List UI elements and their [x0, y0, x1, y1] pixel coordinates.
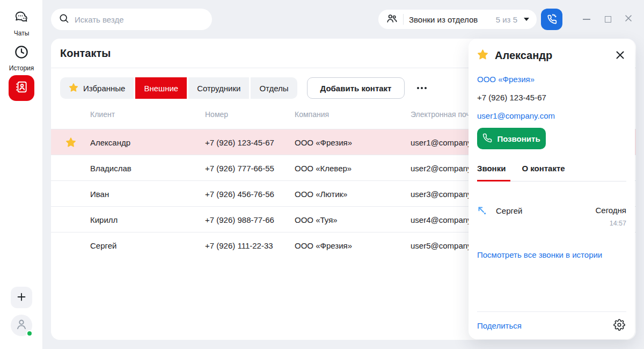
add-contact-button[interactable]: Добавить контакт — [307, 77, 405, 99]
call-button-label: Позвонить — [497, 134, 540, 143]
sidebar: Чаты История — [0, 0, 43, 349]
cell-client: Сергей — [90, 241, 116, 250]
share-link[interactable]: Поделиться — [477, 321, 522, 330]
close-icon — [624, 14, 633, 25]
incoming-call-icon — [477, 206, 487, 217]
contact-email-link[interactable]: user1@company.com — [477, 111, 626, 120]
cell-number: +7 (926) 988-77-66 — [205, 215, 274, 224]
maximize-icon — [605, 16, 611, 23]
add-button[interactable] — [11, 287, 32, 308]
contact-detail-header: Александр — [477, 49, 626, 62]
cell-client: Александр — [90, 137, 130, 147]
chats-icon — [13, 9, 30, 27]
search-icon — [58, 13, 69, 26]
star-icon — [69, 83, 78, 94]
window-close-button[interactable] — [624, 15, 633, 24]
call-log-item[interactable]: Сергей Сегодня 14:57 — [477, 206, 626, 227]
filter-tab-group: Избранные Внешние Сотрудники Отделы — [60, 77, 297, 99]
gear-icon — [613, 319, 625, 332]
tab-label: Сотрудники — [197, 84, 240, 93]
tab-label: Внешние — [144, 84, 178, 93]
call-time: 14:57 — [596, 220, 627, 227]
active-tab-indicator — [477, 180, 510, 181]
cell-number: +7 (926) 123-45-67 — [205, 137, 274, 147]
panel-close-button[interactable] — [613, 49, 626, 62]
column-header-number: Номер — [205, 110, 228, 119]
tab-label: Избранные — [83, 84, 125, 93]
chevron-down-icon — [524, 18, 529, 21]
sidebar-item-label: Чаты — [14, 30, 30, 37]
tab-about-contact[interactable]: О контакте — [522, 164, 565, 173]
cell-client: Кирилл — [90, 215, 118, 224]
minimize-icon — [583, 19, 590, 20]
cell-number: +7 (926) 777-66-55 — [205, 163, 274, 172]
cell-company: ООО «Туя» — [295, 215, 338, 224]
cell-company: ООО «Фрезия» — [295, 137, 352, 147]
avatar[interactable] — [11, 315, 32, 336]
star-icon[interactable] — [477, 49, 488, 62]
star-icon — [65, 137, 76, 148]
view-all-calls-link[interactable]: Посмотреть все звонки в истории — [477, 250, 626, 259]
cell-company: ООО «Лютик» — [295, 189, 347, 198]
minimize-button[interactable] — [582, 15, 591, 24]
dropdown-selected-label: Звонки из отделов — [409, 15, 478, 24]
sidebar-item-history[interactable]: История — [0, 44, 43, 72]
sidebar-item-contacts-active[interactable] — [9, 75, 34, 101]
cell-company: ООО «Фрезия» — [295, 241, 352, 250]
tab-employees[interactable]: Сотрудники — [188, 77, 249, 99]
call-button[interactable]: Позвонить — [477, 128, 546, 149]
phone-ringing-icon — [546, 13, 558, 26]
call-date: Сегодня — [596, 206, 627, 215]
close-icon — [615, 50, 625, 62]
ellipsis-icon — [417, 87, 419, 89]
contact-book-icon — [14, 80, 28, 96]
page-title: Контакты — [60, 47, 111, 60]
more-options-button[interactable] — [412, 77, 431, 99]
call-contact-name: Сергей — [496, 206, 522, 215]
column-header-company: Компания — [295, 110, 329, 119]
tab-underline — [477, 180, 626, 181]
maximize-button[interactable] — [603, 15, 613, 24]
tab-favorites[interactable]: Избранные — [60, 77, 134, 99]
phone-icon — [482, 133, 492, 144]
search-input[interactable] — [75, 15, 204, 24]
column-header-client: Клиент — [90, 110, 115, 119]
panel-footer: Поделиться — [477, 311, 626, 339]
tab-calls[interactable]: Звонки — [477, 164, 506, 173]
contact-phone: +7 (926) 123-45-67 — [477, 93, 626, 102]
cell-client: Иван — [90, 189, 109, 198]
dropdown-count: 5 из 5 — [496, 15, 517, 24]
tab-external[interactable]: Внешние — [135, 77, 187, 99]
calls-source-dropdown[interactable]: Звонки из отделов 5 из 5 — [378, 10, 537, 29]
new-call-button[interactable] — [541, 9, 562, 30]
column-header-email: Электронная почта — [411, 110, 478, 119]
cell-client: Владислав — [90, 163, 131, 172]
cell-number: +7 (926) 111-22-33 — [205, 241, 273, 250]
contact-company-link[interactable]: ООО «Фрезия» — [477, 75, 626, 84]
contact-name: Александр — [495, 49, 552, 62]
settings-button[interactable] — [612, 319, 626, 333]
panel-tabs: Звонки О контакте — [477, 164, 626, 173]
cell-number: +7 (926) 456-76-56 — [205, 189, 274, 198]
tab-label: Отделы — [259, 84, 288, 93]
people-icon — [386, 12, 398, 26]
call-meta: Сегодня 14:57 — [596, 206, 627, 227]
divider — [403, 14, 404, 25]
sidebar-item-chats[interactable]: Чаты — [0, 9, 43, 37]
online-status-dot — [26, 330, 33, 337]
contact-detail-panel: Александр ООО «Фрезия» +7 (926) 123-45-6… — [469, 39, 635, 339]
history-icon — [13, 44, 30, 62]
cell-company: ООО «Клевер» — [295, 163, 352, 172]
sidebar-item-label: История — [9, 64, 34, 72]
plus-icon — [16, 291, 27, 304]
tab-departments[interactable]: Отделы — [251, 77, 297, 99]
person-icon — [14, 317, 28, 333]
search-bar[interactable] — [51, 9, 212, 30]
